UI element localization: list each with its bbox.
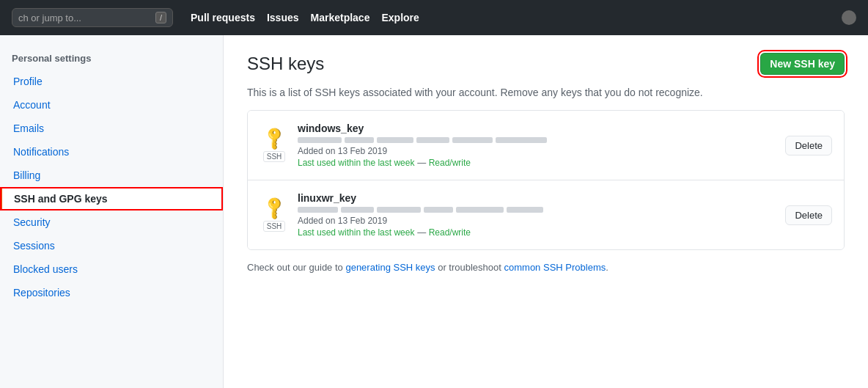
key-last-used: Last used within the last week — Read/wr…	[298, 156, 776, 168]
key-last-used-text: Last used within the last week	[298, 227, 414, 238]
hash-block	[452, 137, 493, 143]
description-text: This is a list of SSH keys associated wi…	[247, 87, 845, 98]
sidebar-item-ssh[interactable]: SSH and GPG keys	[0, 187, 223, 211]
hash-block	[377, 207, 421, 213]
key-info: linuxwr_key Added on 13 Feb 2019 Last us…	[298, 192, 776, 238]
key-added: Added on 13 Feb 2019	[298, 146, 776, 156]
search-text: ch or jump to...	[18, 12, 81, 23]
key-last-used: Last used within the last week — Read/wr…	[298, 226, 776, 238]
sidebar-item-blocked[interactable]: Blocked users	[0, 257, 223, 281]
slash-icon: /	[155, 12, 166, 23]
hash-block	[298, 207, 338, 213]
footer-end: .	[606, 262, 608, 273]
hash-block	[496, 137, 547, 143]
key-last-used-text: Last used within the last week	[298, 158, 414, 168]
search-box[interactable]: ch or jump to... /	[12, 8, 173, 27]
avatar[interactable]	[842, 10, 856, 25]
key-hash	[298, 207, 776, 213]
sidebar-item-billing[interactable]: Billing	[0, 164, 223, 187]
hash-block	[416, 137, 449, 143]
page-title: SSH keys	[247, 54, 324, 74]
hash-block	[424, 207, 453, 213]
hash-block	[298, 137, 342, 143]
sidebar-item-sessions[interactable]: Sessions	[0, 234, 223, 257]
hash-block	[377, 137, 413, 143]
key-separator: —	[417, 158, 428, 168]
sidebar-item-emails[interactable]: Emails	[0, 117, 223, 140]
key-access: Read/write	[429, 227, 471, 238]
generating-ssh-keys-link[interactable]: generating SSH keys	[345, 262, 435, 273]
main-layout: Personal settings Profile Account Emails…	[0, 35, 868, 388]
hash-block	[341, 207, 374, 213]
key-icon-area: 🔑 SSH	[260, 129, 289, 162]
table-row: 🔑 SSH linuxwr_key Added on 13 Feb 2019	[248, 180, 844, 249]
key-hash	[298, 137, 776, 143]
footer-mid: or troubleshoot	[435, 262, 504, 273]
sidebar-item-security[interactable]: Security	[0, 211, 223, 234]
topnav: ch or jump to... / Pull requests Issues …	[0, 0, 868, 35]
content-header: SSH keys New SSH key	[247, 53, 845, 75]
key-icon: 🔑	[260, 194, 287, 222]
hash-block	[345, 137, 374, 143]
key-name: linuxwr_key	[298, 192, 776, 204]
sidebar-item-notifications[interactable]: Notifications	[0, 140, 223, 164]
key-info: windows_key Added on 13 Feb 2019 Last us…	[298, 122, 776, 168]
sidebar-item-profile[interactable]: Profile	[0, 70, 223, 93]
pull-requests-link[interactable]: Pull requests	[191, 12, 255, 23]
sidebar: Personal settings Profile Account Emails…	[0, 35, 224, 388]
sidebar-item-account[interactable]: Account	[0, 93, 223, 117]
key-separator: —	[417, 227, 428, 238]
sidebar-heading: Personal settings	[0, 47, 223, 70]
common-ssh-problems-link[interactable]: common SSH Problems	[504, 262, 606, 273]
hash-block	[507, 207, 543, 213]
table-row: 🔑 SSH windows_key Added on 13 Feb 2019	[248, 111, 844, 180]
footer-prefix: Check out our guide to	[247, 262, 345, 273]
key-icon: 🔑	[260, 125, 287, 152]
issues-link[interactable]: Issues	[267, 12, 299, 23]
hash-block	[456, 207, 504, 213]
marketplace-link[interactable]: Marketplace	[311, 12, 370, 23]
new-ssh-key-button[interactable]: New SSH key	[760, 53, 845, 75]
key-access: Read/write	[429, 158, 471, 168]
key-icon-area: 🔑 SSH	[260, 199, 289, 232]
key-added: Added on 13 Feb 2019	[298, 216, 776, 226]
footer-text: Check out our guide to generating SSH ke…	[247, 262, 845, 273]
main-content: SSH keys New SSH key This is a list of S…	[224, 35, 868, 388]
key-name: windows_key	[298, 122, 776, 134]
topnav-links: Pull requests Issues Marketplace Explore	[191, 12, 419, 23]
delete-button-2[interactable]: Delete	[785, 205, 832, 225]
sidebar-item-repositories[interactable]: Repositories	[0, 281, 223, 304]
delete-button-1[interactable]: Delete	[785, 136, 832, 155]
keys-list: 🔑 SSH windows_key Added on 13 Feb 2019	[247, 110, 845, 250]
explore-link[interactable]: Explore	[381, 12, 419, 23]
